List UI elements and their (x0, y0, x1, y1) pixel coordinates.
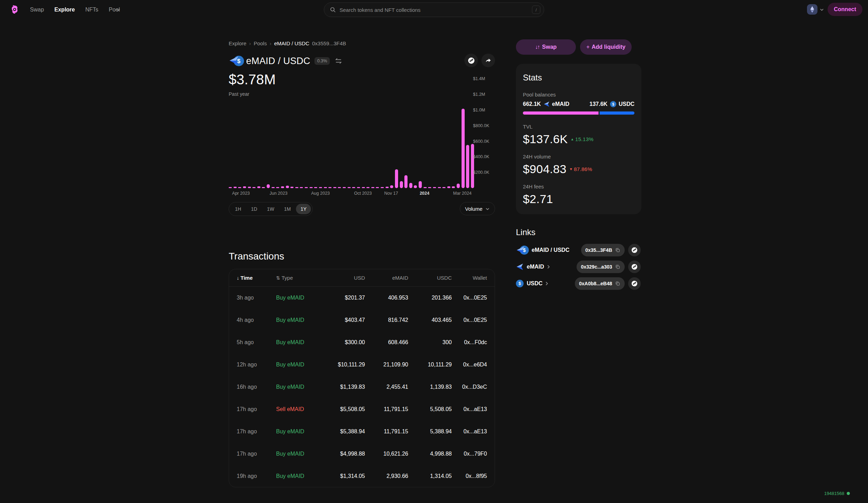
transaction-row[interactable]: 5h agoBuy eMAID$300.00608.4663000x...F0d… (229, 331, 495, 354)
tx-type[interactable]: Buy eMAID (276, 295, 318, 301)
volume-bar[interactable] (414, 185, 417, 188)
transaction-row[interactable]: 4h agoBuy eMAID$403.47816.742403.4650x..… (229, 309, 495, 331)
volume-bar[interactable] (328, 187, 332, 188)
volume-bar[interactable] (419, 181, 422, 188)
column-usdc[interactable]: USDC (408, 275, 452, 281)
volume-bar[interactable] (371, 187, 374, 188)
nav-link-nfts[interactable]: NFTs (85, 7, 98, 13)
tx-wallet[interactable]: 0x...0E25 (452, 295, 487, 301)
transaction-row[interactable]: 17h agoBuy eMAID$4,998.8810,621.264,998.… (229, 443, 495, 465)
volume-bar[interactable] (462, 109, 465, 188)
tx-type[interactable]: Buy eMAID (276, 339, 318, 346)
tx-type[interactable]: Sell eMAID (276, 406, 318, 412)
volume-bar[interactable] (300, 187, 303, 188)
volume-bar[interactable] (438, 187, 441, 188)
volume-bar[interactable] (314, 187, 317, 188)
volume-bar[interactable] (229, 187, 232, 188)
volume-bar[interactable] (234, 187, 237, 188)
volume-bar[interactable] (409, 183, 412, 188)
etherscan-button[interactable] (628, 244, 641, 256)
volume-bar[interactable] (400, 181, 403, 188)
transaction-row[interactable]: 3h agoBuy eMAID$201.37406.953201.3660x..… (229, 287, 495, 309)
tx-type[interactable]: Buy eMAID (276, 362, 318, 368)
network-selector[interactable] (807, 4, 824, 15)
volume-bar[interactable] (248, 187, 251, 188)
volume-bar[interactable] (295, 187, 298, 188)
volume-bar[interactable] (447, 186, 450, 188)
timeframe-1y[interactable]: 1Y (296, 204, 311, 214)
etherscan-button[interactable] (628, 261, 641, 273)
share-button[interactable] (481, 54, 495, 67)
transaction-row[interactable]: 16h agoBuy eMAID$1,139.832,455.411,139.8… (229, 376, 495, 398)
volume-bar[interactable] (366, 187, 370, 188)
column-emaid[interactable]: eMAID (365, 275, 408, 281)
volume-bar[interactable] (319, 187, 322, 188)
nav-more-chevron-icon[interactable] (116, 7, 121, 12)
tx-wallet[interactable]: 0x...aE13 (452, 406, 487, 412)
address-pill[interactable]: 0x35...3F4B (581, 244, 625, 256)
reverse-tokens-icon[interactable] (335, 57, 342, 65)
tx-wallet[interactable]: 0x...aE13 (452, 428, 487, 435)
volume-bar[interactable] (386, 187, 389, 188)
volume-bar[interactable] (457, 184, 460, 188)
volume-bar[interactable] (276, 187, 279, 188)
tx-wallet[interactable]: 0x...0E25 (452, 317, 487, 323)
volume-bar[interactable] (238, 187, 241, 188)
volume-bar[interactable] (433, 187, 436, 188)
volume-bar[interactable] (343, 187, 346, 188)
volume-bar[interactable] (452, 186, 455, 188)
address-pill[interactable]: 0x329c...a303 (577, 261, 625, 273)
volume-bar[interactable] (272, 187, 275, 188)
volume-bar[interactable] (352, 187, 355, 188)
volume-bar[interactable] (324, 187, 327, 188)
tx-wallet[interactable]: 0x...8f95 (452, 473, 487, 479)
etherscan-button[interactable] (628, 277, 641, 290)
volume-bar[interactable] (305, 187, 308, 188)
volume-bar[interactable] (357, 187, 360, 188)
search-bar[interactable]: / (324, 2, 544, 17)
tx-wallet[interactable]: 0x...e6D4 (452, 362, 487, 368)
volume-bar[interactable] (395, 169, 398, 188)
column-type[interactable]: ⇅Type (276, 275, 318, 281)
link-label[interactable]: USDC (527, 280, 542, 287)
transaction-row[interactable]: 17h agoSell eMAID$5,508.0511,791.155,508… (229, 398, 495, 420)
volume-bar[interactable] (243, 186, 246, 188)
volume-bar[interactable] (390, 185, 393, 188)
tx-wallet[interactable]: 0x...D3eC (452, 384, 487, 390)
volume-bar[interactable] (267, 184, 270, 188)
address-pill[interactable]: 0xA0b8...eB48 (575, 277, 625, 290)
volume-bar[interactable] (428, 187, 431, 188)
add-liquidity-button[interactable]: + Add liquidity (580, 39, 632, 55)
volume-bar[interactable] (381, 187, 384, 188)
volume-bar[interactable] (424, 187, 427, 188)
volume-bar[interactable] (466, 145, 469, 188)
volume-bar[interactable] (290, 187, 294, 188)
volume-bar[interactable] (281, 186, 284, 188)
timeframe-1d[interactable]: 1D (246, 204, 262, 214)
nav-link-swap[interactable]: Swap (30, 7, 44, 13)
volume-bar[interactable] (252, 187, 256, 188)
volume-bar[interactable] (262, 187, 265, 188)
tx-type[interactable]: Buy eMAID (276, 428, 318, 435)
volume-bar[interactable] (286, 186, 289, 188)
breadcrumb-pools[interactable]: Pools (254, 40, 267, 46)
breadcrumb-explore[interactable]: Explore (229, 40, 246, 46)
volume-bar[interactable] (442, 187, 446, 188)
connect-button[interactable]: Connect (828, 3, 862, 16)
link-label[interactable]: eMAID (527, 264, 544, 270)
etherscan-button[interactable] (464, 54, 478, 67)
transaction-row[interactable]: 19h agoBuy eMAID$1,314.052,930.661,314.0… (229, 465, 495, 487)
volume-bar[interactable] (471, 144, 474, 188)
transaction-row[interactable]: 12h agoBuy eMAID$10,111.2921,109.9010,11… (229, 354, 495, 376)
volume-bar[interactable] (257, 186, 260, 188)
timeframe-1m[interactable]: 1M (280, 204, 295, 214)
volume-bar[interactable] (310, 187, 313, 188)
timeframe-1w[interactable]: 1W (262, 204, 279, 214)
transaction-row[interactable]: 17h agoBuy eMAID$5,388.9411,791.155,388.… (229, 420, 495, 443)
block-number-indicator[interactable]: 19481568 (824, 491, 850, 496)
nav-link-explore[interactable]: Explore (54, 7, 75, 13)
volume-bar[interactable] (348, 187, 351, 188)
volume-bar[interactable] (362, 187, 365, 188)
chart-metric-dropdown[interactable]: Volume (460, 202, 495, 215)
volume-bar[interactable] (338, 187, 341, 188)
